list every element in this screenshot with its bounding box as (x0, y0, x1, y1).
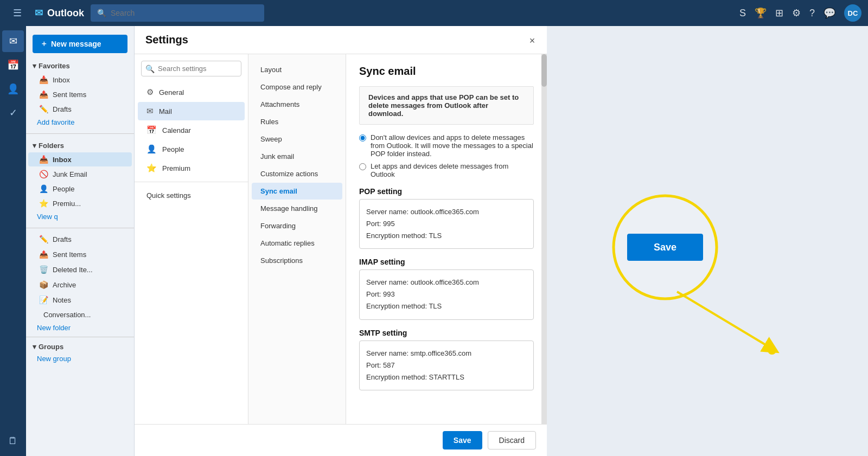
groups-header[interactable]: ▾ Groups (26, 341, 134, 353)
subnav-sync[interactable]: Sync email (252, 183, 342, 200)
drafts-icon2: ✏️ (39, 235, 48, 243)
people-icon-s: 👤 (146, 144, 157, 154)
imap-label: IMAP setting (359, 258, 534, 266)
subnav-message[interactable]: Message handling (252, 200, 342, 217)
save-button-footer[interactable]: Save (443, 431, 482, 449)
subnav-compose[interactable]: Compose and reply (252, 79, 342, 95)
settings-close-button[interactable]: × (524, 33, 540, 49)
favorites-header[interactable]: ▾ Favorites (26, 60, 134, 72)
new-message-button[interactable]: ＋ New message (33, 35, 127, 53)
settings-nav-premium[interactable]: ⭐ Premium (138, 159, 245, 177)
subnav-customize[interactable]: Customize actions (252, 165, 342, 182)
subnav-junk[interactable]: Junk email (252, 148, 342, 165)
view-q-link[interactable]: View q (26, 211, 134, 222)
subnav-attachments[interactable]: Attachments (252, 96, 342, 113)
premium-icon-s: ⭐ (146, 163, 157, 173)
premium-icon: ⭐ (39, 199, 48, 208)
drafts2-label: Drafts (53, 235, 72, 243)
nav-mail-icon[interactable]: ✉ (2, 30, 24, 52)
settings-subnav: Layout Compose and reply Attachments Rul… (248, 54, 346, 456)
search-box[interactable]: 🔍 (91, 4, 264, 22)
subnav-forwarding[interactable]: Forwarding (252, 217, 342, 234)
premium-label-s: Premium (162, 164, 190, 172)
drafts-icon: ✏️ (39, 105, 48, 113)
scroll-thumb[interactable] (541, 54, 547, 87)
app-name: Outlook (47, 8, 84, 19)
sidebar: ＋ New message ▾ Favorites 📥 Inbox 📤 Sent… (26, 26, 135, 456)
add-favorite-link[interactable]: Add favorite (26, 117, 134, 128)
sidebar-item-junk[interactable]: 🚫 Junk Email (28, 167, 132, 181)
sidebar-item-inbox2[interactable]: 📥 Inbox (28, 152, 132, 166)
archive-label: Archive (53, 281, 76, 289)
settings-search-input[interactable] (141, 61, 241, 76)
favorites-label: Favorites (39, 62, 70, 70)
radio-option-1: Don't allow devices and apps to delete m… (359, 133, 534, 158)
new-group-link[interactable]: New group (26, 353, 134, 364)
radio-let-apps[interactable] (359, 163, 366, 170)
pop-box: Server name: outlook.office365.com Port:… (359, 199, 534, 249)
mail-icon-s: ✉ (146, 106, 154, 116)
discard-button[interactable]: Discard (488, 431, 536, 449)
nav-tasks-icon[interactable]: ✓ (2, 102, 24, 124)
folders-section: ▾ Folders 📥 Inbox 🚫 Junk Email 👤 People … (26, 137, 134, 224)
quick-settings-label: Quick settings (146, 191, 191, 200)
sent-icon: 📤 (39, 90, 48, 99)
quick-settings-item[interactable]: Quick settings (138, 187, 245, 204)
hamburger-icon[interactable]: ☰ (7, 2, 28, 24)
deleted-label: Deleted Ite... (53, 266, 93, 274)
calendar-label: Calendar (162, 126, 191, 134)
subnav-rules[interactable]: Rules (252, 113, 342, 130)
search-input[interactable] (111, 9, 258, 17)
skype-icon[interactable]: S (739, 8, 746, 19)
folders-header[interactable]: ▾ Folders (26, 139, 134, 152)
subnav-layout[interactable]: Layout (252, 61, 342, 78)
settings-nav-calendar[interactable]: 📅 Calendar (138, 121, 245, 139)
premium-label: Premiu... (53, 200, 81, 208)
notes-label: Notes (53, 296, 71, 304)
groups-label: Groups (39, 343, 63, 351)
nav-notes-icon[interactable]: 🗒 (2, 430, 24, 452)
sidebar-item-notes[interactable]: 📝 Notes (28, 293, 132, 307)
subnav-auto[interactable]: Automatic replies (252, 235, 342, 252)
sidebar-divider1 (26, 133, 134, 134)
svg-point-0 (614, 196, 717, 299)
new-folder-link[interactable]: New folder (26, 322, 134, 333)
rewards-icon[interactable]: 🏆 (755, 7, 767, 19)
inbox2-label: Inbox (53, 156, 72, 164)
people-label-s: People (162, 145, 184, 153)
scrollbar[interactable] (541, 54, 547, 456)
sidebar-item-sent2[interactable]: 📤 Sent Items (28, 247, 132, 261)
topbar: ☰ ✉ Outlook 🔍 S 🏆 ⊞ ⚙ ? 💬 DC (0, 0, 868, 26)
junk-label: Junk Email (53, 170, 87, 178)
nav-calendar-icon[interactable]: 📅 (2, 54, 24, 76)
settings-nav-mail[interactable]: ✉ Mail (138, 102, 245, 120)
settings-nav-people[interactable]: 👤 People (138, 140, 245, 158)
mail-label: Mail (159, 107, 172, 115)
sidebar-item-people[interactable]: 👤 People (28, 182, 132, 196)
sidebar-item-archive[interactable]: 📦 Archive (28, 278, 132, 292)
avatar[interactable]: DC (844, 4, 861, 22)
radio-dont-allow[interactable] (359, 134, 366, 142)
sidebar-item-deleted[interactable]: 🗑️ Deleted Ite... (28, 262, 132, 277)
sidebar-divider2 (26, 228, 134, 228)
sidebar-item-drafts2[interactable]: ✏️ Drafts (28, 232, 132, 246)
settings-nav-general[interactable]: ⚙ General (138, 83, 245, 101)
sidebar-item-sent[interactable]: 📤 Sent Items (28, 87, 132, 101)
inbox-icon: 📥 (39, 75, 48, 84)
people-label: People (53, 185, 74, 193)
subnav-subscriptions[interactable]: Subscriptions (252, 252, 342, 269)
sidebar-item-premium[interactable]: ⭐ Premiu... (28, 196, 132, 210)
sidebar-item-conversation[interactable]: Conversation... (28, 308, 132, 322)
general-icon: ⚙ (146, 87, 154, 97)
notes-icon: 📝 (39, 296, 48, 304)
help-icon[interactable]: ? (809, 8, 815, 19)
nav-people-icon[interactable]: 👤 (2, 78, 24, 100)
feedback-icon[interactable]: 💬 (824, 7, 835, 19)
sidebar-item-inbox[interactable]: 📥 Inbox (28, 73, 132, 87)
apps-icon[interactable]: ⊞ (775, 7, 783, 19)
smtp-box: Server name: smtp.office365.com Port: 58… (359, 341, 534, 390)
svg-line-3 (677, 292, 772, 349)
sidebar-item-drafts[interactable]: ✏️ Drafts (28, 102, 132, 116)
settings-icon[interactable]: ⚙ (792, 7, 801, 19)
subnav-sweep[interactable]: Sweep (252, 131, 342, 147)
